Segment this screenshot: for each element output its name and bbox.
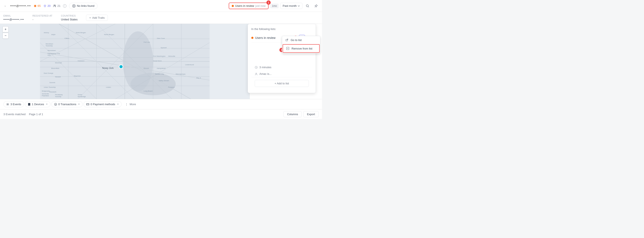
- events-icon: [6, 103, 9, 106]
- countries-label: Countries: [61, 14, 78, 17]
- svg-point-90: [256, 73, 257, 74]
- svg-point-10: [306, 5, 308, 7]
- svg-text:Woodbridge: Woodbridge: [78, 96, 86, 98]
- registered-field: Registered at -: [32, 14, 52, 21]
- svg-text:Gmina: Gmina: [78, 94, 82, 96]
- svg-point-5: [74, 5, 74, 6]
- svg-line-84: [287, 39, 288, 40]
- period-select[interactable]: Past month: [280, 3, 302, 9]
- svg-text:East Orange: East Orange: [44, 72, 53, 74]
- svg-text:Long Beach: Long Beach: [144, 90, 153, 92]
- payments-close[interactable]: ✕: [117, 103, 119, 106]
- svg-text:Mendham: Mendham: [46, 43, 53, 45]
- svg-text:Glen Cove: Glen Cove: [157, 37, 165, 39]
- add-to-list-button[interactable]: + Add to list: [255, 80, 309, 87]
- svg-text:Hoboken: Hoboken: [78, 60, 84, 62]
- add-traits-button[interactable]: + Add Traits: [86, 15, 108, 21]
- clock-icon: [255, 66, 258, 69]
- tab-payments[interactable]: 0 Payment methods ✕: [84, 101, 122, 107]
- registered-label: Registered at: [32, 14, 52, 17]
- svg-text:Parsippany-Troy: Parsippany-Troy: [48, 52, 60, 54]
- external-link-icon: [285, 38, 288, 42]
- score-badge: 65: [34, 4, 41, 8]
- annotation-1: 1: [266, 0, 271, 5]
- map-zoom-out-button[interactable]: −: [2, 33, 8, 39]
- add-to-list-row: + Add to list: [251, 77, 312, 90]
- svg-text:dolph: dolph: [51, 34, 55, 35]
- email-field: Email •••••@••••••.•••: [4, 14, 24, 21]
- dropdown-title: In the following lists:: [251, 27, 312, 31]
- svg-text:Bay S: Bay S: [196, 77, 201, 79]
- pin-button[interactable]: [313, 2, 320, 9]
- stats-user: Amac is...: [260, 72, 272, 75]
- devices-icon: [28, 103, 31, 106]
- info-row: Email •••••@••••••.••• Registered at - C…: [0, 12, 322, 24]
- svg-text:Clifton: Clifton: [64, 37, 70, 39]
- svg-text:Nowy Jork: Nowy Jork: [102, 67, 114, 69]
- tab-devices[interactable]: 1 Devices ✕: [25, 101, 50, 107]
- svg-text:Plainfield: Plainfield: [42, 95, 49, 97]
- svg-text:Union Township: Union Township: [44, 86, 56, 88]
- svg-text:Bridgewater: Bridgewater: [42, 90, 50, 92]
- devices-close[interactable]: ✕: [46, 103, 48, 106]
- tab-events[interactable]: 3 Events: [4, 101, 24, 107]
- columns-button[interactable]: Columns: [284, 111, 302, 117]
- svg-text:Township: Township: [46, 45, 53, 47]
- remove-from-list-label: Remove from list: [292, 47, 312, 50]
- export-button[interactable]: Export: [303, 111, 318, 117]
- svg-text:Garden City: Garden City: [155, 73, 164, 75]
- page-label: Page 1 of 1: [29, 113, 43, 116]
- main-content: + −: [0, 24, 322, 99]
- svg-text:Fort Lee: Fort Lee: [144, 41, 150, 43]
- user-icon: [255, 72, 258, 75]
- svg-text:Great Neck: Great Neck: [153, 60, 162, 62]
- svg-rect-98: [86, 104, 89, 105]
- search-icon: [306, 4, 309, 8]
- svg-text:Hills: Hills: [48, 54, 51, 56]
- more-tab[interactable]: ⋮ More: [122, 101, 139, 107]
- svg-text:Piscataway: Piscataway: [55, 94, 63, 96]
- svg-text:Somerville: Somerville: [42, 93, 49, 95]
- go-to-list-item[interactable]: Go to list: [282, 36, 320, 44]
- svg-text:Massapequa: Massapequa: [176, 73, 186, 75]
- svg-line-89: [256, 67, 257, 68]
- svg-text:Axbury: Axbury: [44, 32, 49, 34]
- people-icon: [53, 4, 56, 8]
- go-to-list-label: Go to list: [291, 38, 302, 42]
- remove-from-list-item[interactable]: Remove from list: [282, 44, 320, 53]
- svg-point-95: [29, 105, 30, 105]
- svg-point-3: [55, 5, 56, 6]
- map-controls: + −: [2, 26, 8, 39]
- remove-icon: [286, 47, 290, 50]
- transactions-close[interactable]: ✕: [78, 103, 80, 106]
- svg-text:Elizabeth: Elizabeth: [50, 91, 56, 93]
- app-container: › •••••@••••••.••• 65 20 21: [0, 0, 322, 119]
- users-in-review-tag[interactable]: Users in review just now: [229, 2, 268, 9]
- list-orange-dot: [251, 37, 254, 39]
- svg-point-1: [34, 5, 36, 7]
- stats-time: 3 minutes: [260, 66, 271, 69]
- matched-label: 3 Events matched: [4, 113, 26, 116]
- top-bar: › •••••@••••••.••• 65 20 21: [0, 0, 322, 12]
- svg-text:Bayonne: Bayonne: [74, 75, 81, 77]
- context-menu: Go to list Remove from list: [282, 36, 320, 53]
- registered-value: -: [32, 18, 52, 21]
- tab-transactions[interactable]: $ 0 Transactions ✕: [51, 101, 83, 107]
- email-value: •••••@••••••.•••: [4, 18, 24, 21]
- map-area: + −: [0, 24, 250, 99]
- map-zoom-in-button[interactable]: +: [2, 26, 8, 32]
- svg-text:Montclair: Montclair: [55, 62, 62, 64]
- search-button[interactable]: [304, 2, 311, 9]
- no-links-button[interactable]: No links found: [69, 3, 98, 9]
- info-icon[interactable]: i: [63, 4, 66, 8]
- payments-icon: [86, 103, 89, 106]
- time-badge: 1mo: [270, 3, 278, 8]
- bottom-info-bar: 3 Events matched Page 1 of 1 Columns Exp…: [0, 109, 322, 119]
- svg-point-73: [120, 65, 122, 68]
- right-top-controls: Users in review just now 1 1mo Past mont…: [229, 2, 320, 9]
- links-icon: [72, 4, 76, 8]
- svg-text:Lindenhurst: Lindenhurst: [185, 64, 194, 66]
- shield-badge: 20: [43, 4, 50, 8]
- nav-back-button[interactable]: ›: [2, 3, 8, 8]
- svg-text:$: $: [55, 104, 56, 105]
